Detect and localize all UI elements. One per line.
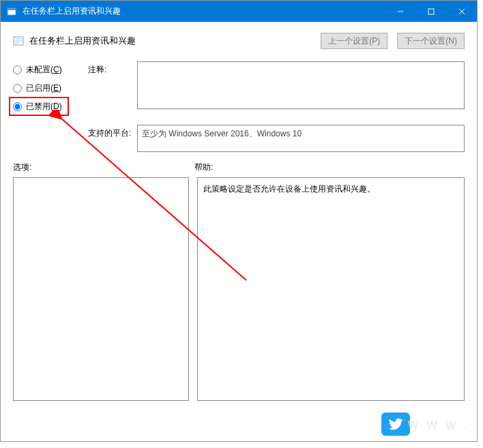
close-button[interactable] [446, 1, 477, 22]
platform-value: 至少为 Windows Server 2016、Windows 10 [137, 125, 465, 152]
policy-title: 在任务栏上启用资讯和兴趣 [29, 35, 311, 47]
maximize-button[interactable] [415, 1, 446, 22]
radio-enabled-label: 已启用(E) [26, 83, 61, 94]
next-setting-button[interactable]: 下一个设置(N) [397, 33, 465, 49]
policy-icon [13, 35, 24, 46]
platform-label: 支持的平台: [88, 125, 137, 152]
radio-enabled-input[interactable] [13, 84, 22, 93]
header-row: 在任务栏上启用资讯和兴趣 上一个设置(P) 下一个设置(N) [13, 33, 465, 49]
svg-rect-3 [428, 9, 434, 14]
comment-row: 未配置(C) 已启用(E) 已禁用(D) 注释: [13, 61, 465, 119]
radio-disabled[interactable]: 已禁用(D) [13, 101, 88, 113]
minimize-button[interactable] [385, 1, 415, 22]
twitter-logo-overlay [381, 413, 410, 436]
panels-row: 此策略设定是否允许在设备上使用资讯和兴趣。 [13, 177, 465, 401]
radio-disabled-label: 已禁用(D) [26, 101, 62, 113]
radio-disabled-input[interactable] [13, 102, 22, 111]
app-icon [6, 6, 17, 17]
radio-enabled[interactable]: 已启用(E) [13, 83, 88, 94]
help-text: 此策略设定是否允许在设备上使用资讯和兴趣。 [203, 184, 375, 194]
titlebar: 在任务栏上启用资讯和兴趣 [1, 1, 477, 22]
radio-not-configured-label: 未配置(C) [26, 64, 62, 76]
svg-rect-9 [15, 42, 19, 44]
window-controls [385, 1, 477, 22]
help-label: 帮助: [194, 162, 465, 173]
radio-not-configured-input[interactable] [13, 65, 22, 74]
previous-setting-button[interactable]: 上一个设置(P) [321, 33, 387, 49]
gpedit-policy-window: 在任务栏上启用资讯和兴趣 在任务栏上启用资讯和兴趣 上一个设置(P) 下一个设置… [0, 0, 478, 442]
help-panel: 此策略设定是否允许在设备上使用资讯和兴趣。 [197, 177, 465, 401]
options-label: 选项: [13, 162, 194, 173]
comment-label: 注释: [88, 61, 137, 119]
window-title: 在任务栏上启用资讯和兴趣 [23, 5, 385, 17]
radio-not-configured[interactable]: 未配置(C) [13, 64, 88, 76]
radio-group: 未配置(C) 已启用(E) 已禁用(D) [13, 61, 88, 119]
watermark-text: W W W . [408, 419, 470, 432]
options-panel [13, 177, 189, 401]
section-labels: 选项: 帮助: [13, 162, 465, 173]
svg-rect-1 [8, 8, 16, 10]
platform-row: 支持的平台: 至少为 Windows Server 2016、Windows 1… [13, 125, 465, 152]
svg-rect-8 [15, 40, 22, 42]
svg-rect-7 [15, 38, 22, 40]
dialog-body: 在任务栏上启用资讯和兴趣 上一个设置(P) 下一个设置(N) 未配置(C) 已启… [1, 22, 477, 412]
comment-textarea[interactable] [137, 61, 465, 109]
